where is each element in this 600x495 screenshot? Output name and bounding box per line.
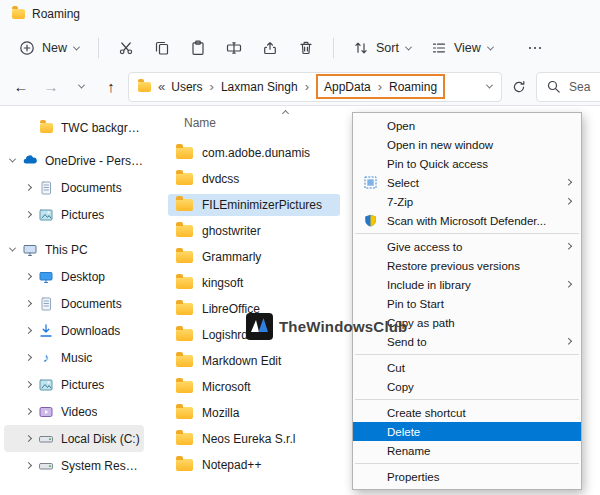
context-menu-item-scan-with-microsoft-defender[interactable]: Scan with Microsoft Defender...: [353, 211, 581, 230]
menu-item-label: Properties: [387, 471, 439, 483]
breadcrumb-appdata[interactable]: AppData: [324, 80, 371, 94]
context-menu-item-7-zip[interactable]: 7-Zip: [353, 192, 581, 211]
sidebar-item-videos[interactable]: Videos: [4, 398, 144, 425]
videos-icon: [38, 404, 54, 420]
toolbar-divider: [333, 38, 334, 58]
menu-item-label: Rename: [387, 445, 430, 457]
chevron-right-icon: [25, 354, 32, 361]
folder-icon: [176, 433, 193, 445]
plus-circle-icon: [19, 40, 35, 56]
folder-icon: [176, 303, 193, 315]
folder-icon: [138, 82, 151, 92]
forward-arrow-icon: →: [44, 78, 59, 95]
breadcrumb-users[interactable]: Users: [171, 80, 202, 94]
chevron-right-icon: [25, 300, 32, 307]
file-name: Notepad++: [202, 458, 261, 472]
recent-locations-button[interactable]: [68, 73, 94, 101]
context-menu-item-create-shortcut[interactable]: Create shortcut: [353, 403, 581, 422]
file-name: Neos Eureka S.r.l: [202, 432, 295, 446]
chevron-right-icon: [25, 184, 32, 191]
chevron-right-icon: [25, 435, 32, 442]
delete-button[interactable]: [289, 33, 323, 63]
command-toolbar: New Sort: [0, 28, 600, 68]
navigation-pane: TWC backgrounds OneDrive - Personal Docu…: [0, 106, 148, 495]
paste-button[interactable]: [181, 33, 215, 63]
sidebar-item-system-reserved-d[interactable]: System Reserved (D:): [4, 452, 144, 479]
context-menu-item-copy[interactable]: Copy: [353, 377, 581, 396]
more-options-button[interactable]: [518, 33, 552, 63]
context-menu-item-include-in-library[interactable]: Include in library: [353, 275, 581, 294]
chevron-right-icon: [25, 462, 32, 469]
sidebar-item-onedrive-personal[interactable]: OneDrive - Personal: [4, 147, 144, 174]
view-button[interactable]: View: [422, 33, 502, 63]
search-box[interactable]: Sea: [536, 72, 600, 102]
sidebar-item-onedrive-pictures[interactable]: Pictures: [4, 201, 144, 228]
breadcrumb-separator: ›: [210, 79, 214, 94]
menu-item-label: Pin to Start: [387, 298, 444, 310]
toolbar-divider: [98, 38, 99, 58]
menu-item-label: Include in library: [387, 279, 471, 291]
context-menu-item-pin-to-quick-access[interactable]: Pin to Quick access: [353, 154, 581, 173]
content-area: TWC backgrounds OneDrive - Personal Docu…: [0, 106, 600, 495]
chevron-down-icon: [487, 43, 494, 50]
forward-button[interactable]: →: [38, 73, 64, 101]
chevron-right-icon: [25, 211, 32, 218]
breadcrumb-roaming[interactable]: Roaming: [389, 80, 437, 94]
context-menu-item-open-in-new-window[interactable]: Open in new window: [353, 135, 581, 154]
new-button[interactable]: New: [10, 33, 88, 63]
search-text: Sea: [569, 80, 590, 94]
cut-button[interactable]: [109, 33, 143, 63]
rename-button[interactable]: [217, 33, 251, 63]
refresh-button[interactable]: [506, 73, 532, 101]
menu-item-label: Create shortcut: [387, 407, 466, 419]
sidebar-item-desktop[interactable]: Desktop: [4, 263, 144, 290]
context-menu-item-give-access-to[interactable]: Give access to: [353, 237, 581, 256]
menu-item-label: 7-Zip: [387, 196, 413, 208]
back-button[interactable]: ←: [8, 73, 34, 101]
sidebar-item-music[interactable]: ♪ Music: [4, 344, 144, 371]
context-menu: Open Open in new window Pin to Quick acc…: [352, 112, 582, 490]
annotation-highlight-box: AppData › Roaming: [316, 74, 445, 99]
document-icon: [38, 180, 54, 196]
menu-item-label: Select: [387, 177, 419, 189]
sidebar-item-onedrive-documents[interactable]: Documents: [4, 174, 144, 201]
sidebar-item-pictures[interactable]: Pictures: [4, 371, 144, 398]
sort-button[interactable]: Sort: [344, 33, 420, 63]
context-menu-item-cut[interactable]: Cut: [353, 358, 581, 377]
context-menu-item-properties[interactable]: Properties: [353, 467, 581, 486]
file-name: Mozilla: [202, 406, 239, 420]
sort-icon: [353, 40, 369, 56]
sidebar-item-local-disk-c[interactable]: Local Disk (C:): [4, 425, 144, 452]
folder-icon: [176, 147, 193, 159]
sidebar-item-documents[interactable]: Documents: [4, 290, 144, 317]
up-button[interactable]: ↑: [98, 73, 124, 101]
context-menu-item-open[interactable]: Open: [353, 116, 581, 135]
breadcrumb-overflow-icon[interactable]: «: [158, 79, 164, 94]
copy-button[interactable]: [145, 33, 179, 63]
chevron-right-icon: [25, 327, 32, 334]
sidebar-item-downloads[interactable]: Downloads: [4, 317, 144, 344]
sort-ascending-icon: [282, 110, 289, 117]
submenu-arrow-icon: [565, 243, 571, 249]
share-button[interactable]: [253, 33, 287, 63]
breadcrumb-laxman-singh[interactable]: Laxman Singh: [221, 80, 298, 94]
sidebar-item-this-pc[interactable]: This PC: [4, 236, 144, 263]
submenu-arrow-icon: [565, 198, 571, 204]
folder-icon: [176, 329, 193, 341]
context-menu-item-pin-to-start[interactable]: Pin to Start: [353, 294, 581, 313]
folder-icon: [12, 9, 25, 19]
clipboard-icon: [190, 40, 206, 56]
context-menu-item-delete[interactable]: Delete: [353, 422, 581, 441]
address-bar[interactable]: « Users › Laxman Singh › AppData › Roami…: [128, 72, 502, 102]
file-name: com.adobe.dunamis: [202, 146, 310, 160]
address-row: ← → ↑ « Users › Laxman Singh › AppData ›…: [0, 68, 600, 106]
chevron-down-icon: [77, 82, 84, 89]
folder-icon: [176, 459, 193, 471]
address-dropdown-icon[interactable]: [486, 82, 493, 89]
context-menu-item-rename[interactable]: Rename: [353, 441, 581, 460]
context-menu-item-restore-previous-versions[interactable]: Restore previous versions: [353, 256, 581, 275]
context-menu-item-select[interactable]: Select: [353, 173, 581, 192]
sidebar-item-twc-backgrounds[interactable]: TWC backgrounds: [4, 114, 144, 141]
pictures-icon: [38, 377, 54, 393]
chevron-down-icon: [73, 43, 80, 50]
